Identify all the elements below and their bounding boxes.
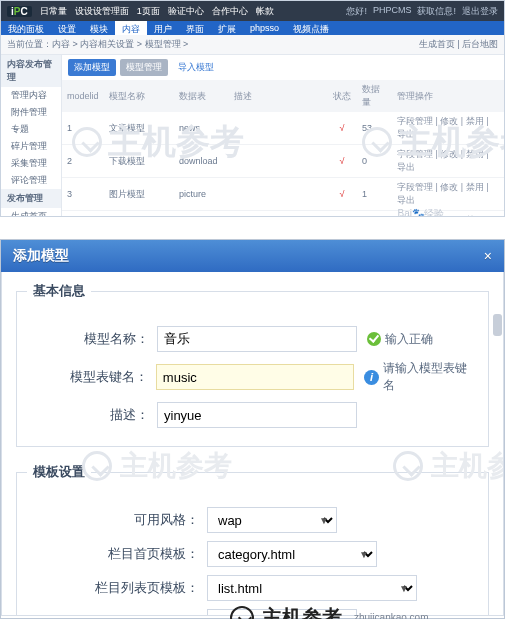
top-right-1: PHPCMS: [373, 5, 412, 18]
cell-table: news: [174, 112, 229, 145]
cell-desc: [229, 112, 327, 145]
footer-watermark: 主机参考 zhujicankao.com: [230, 604, 428, 619]
add-model-button[interactable]: 添加模型: [68, 59, 116, 76]
nav-item-7[interactable]: phpsso: [243, 21, 286, 35]
top-left-2[interactable]: 1页面: [137, 5, 160, 18]
cell-name[interactable]: 图片模型: [104, 178, 174, 211]
close-icon[interactable]: ×: [484, 248, 492, 264]
cell-table: picture: [174, 178, 229, 211]
label-desc: 描述：: [27, 406, 157, 424]
model-list-button[interactable]: 模型管理: [120, 59, 168, 76]
nav-item-8[interactable]: 视频点播: [286, 21, 336, 35]
side-item[interactable]: 采集管理: [1, 155, 61, 172]
side-item[interactable]: 评论管理: [1, 172, 61, 189]
side-item[interactable]: 附件管理: [1, 104, 61, 121]
sidebar: 内容发布管理 管理内容 附件管理 专题 碎片管理 采集管理 评论管理 发布管理 …: [1, 55, 62, 217]
nav-item-1[interactable]: 设置: [51, 21, 83, 35]
side-item[interactable]: 专题: [1, 121, 61, 138]
cell-status: √: [327, 211, 357, 218]
scrollbar[interactable]: [493, 314, 502, 336]
crumb-right[interactable]: 生成首页 | 后台地图: [419, 38, 498, 51]
model-name-input[interactable]: [157, 326, 357, 352]
top-right-3[interactable]: 退出登录: [462, 5, 498, 18]
watermark-icon: [230, 606, 254, 620]
category-select[interactable]: category.html: [207, 541, 377, 567]
cell-status: √: [327, 145, 357, 178]
top-left-4[interactable]: 合作中心: [212, 5, 248, 18]
model-desc-input[interactable]: [157, 402, 357, 428]
top-left-1[interactable]: 设设设管理面: [75, 5, 129, 18]
top-left-5[interactable]: 帐款: [256, 5, 274, 18]
fieldset-template: 模板设置: [27, 463, 91, 481]
logo: iPC: [7, 6, 32, 17]
modal-header: 添加模型 ×: [1, 240, 504, 272]
cell-status: √: [327, 178, 357, 211]
label-style: 可用风格：: [27, 511, 207, 529]
th-cnt: 数据量: [357, 80, 392, 112]
cell-id: 2: [62, 145, 104, 178]
th-desc: 描述: [229, 80, 327, 112]
label-name: 模型名称：: [27, 330, 157, 348]
table-row: 1文章模型news√53字段管理 | 修改 | 禁用 | 导出: [62, 112, 504, 145]
cell-count: 4: [357, 211, 392, 218]
cell-id: 3: [62, 178, 104, 211]
hint-ok: 输入正确: [385, 331, 433, 348]
top-right-0: 您好!: [346, 5, 367, 18]
cell-ops[interactable]: 字段管理 | 修改 | 禁用 | 导出: [392, 145, 504, 178]
top-right-2[interactable]: 获取信息!: [417, 5, 456, 18]
label-list: 栏目列表页模板：: [27, 579, 207, 597]
cell-table: download: [174, 145, 229, 178]
cell-count: 53: [357, 112, 392, 145]
cell-desc: [229, 211, 327, 218]
cell-count: 1: [357, 178, 392, 211]
import-model-link[interactable]: 导入模型: [172, 59, 220, 76]
cell-status: √: [327, 112, 357, 145]
cell-name[interactable]: 文章模型: [104, 112, 174, 145]
nav-item-6[interactable]: 扩展: [211, 21, 243, 35]
main-nav: 我的面板 设置 模块 内容 用户 界面 扩展 phpsso 视频点播: [1, 21, 504, 35]
nav-item-3[interactable]: 内容: [115, 21, 147, 35]
baidu-watermark: Bai🐾经验: [398, 207, 444, 217]
cell-name[interactable]: 视频模型: [104, 211, 174, 218]
cell-ops[interactable]: 字段管理 | 修改 | 禁用 | 导出: [392, 178, 504, 211]
info-icon: i: [364, 370, 379, 385]
top-left-0: 日常量: [40, 5, 67, 18]
th-stat: 状态: [327, 80, 357, 112]
model-table: modelid 模型名称 数据表 描述 状态 数据量 管理操作 1文章模型new…: [62, 80, 504, 217]
crumb-path: 当前位置：内容 > 内容相关设置 > 模型管理 >: [7, 38, 188, 51]
cell-table: video: [174, 211, 229, 218]
list-select[interactable]: list.html: [207, 575, 417, 601]
fieldset-basic: 基本信息: [27, 282, 91, 300]
label-table: 模型表键名：: [27, 368, 156, 386]
side-sec2: 发布管理: [1, 189, 61, 208]
nav-item-5[interactable]: 界面: [179, 21, 211, 35]
cell-count: 0: [357, 145, 392, 178]
side-sec1: 内容发布管理: [1, 55, 61, 87]
side-item[interactable]: 生成首页: [1, 208, 61, 217]
modal-title: 添加模型: [13, 247, 69, 265]
style-select[interactable]: wap: [207, 507, 337, 533]
table-row: 2下载模型download√0字段管理 | 修改 | 禁用 | 导出: [62, 145, 504, 178]
cell-ops[interactable]: 字段管理 | 修改 | 禁用 | 导出: [392, 112, 504, 145]
side-item[interactable]: 管理内容: [1, 87, 61, 104]
cell-desc: [229, 145, 327, 178]
label-category: 栏目首页模板：: [27, 545, 207, 563]
th-id: modelid: [62, 80, 104, 112]
hint-info: 请输入模型表键名: [383, 360, 478, 394]
check-icon: [367, 332, 381, 346]
top-left-3[interactable]: 验证中心: [168, 5, 204, 18]
th-name: 模型名称: [104, 80, 174, 112]
side-item[interactable]: 碎片管理: [1, 138, 61, 155]
table-row: 3图片模型picture√1字段管理 | 修改 | 禁用 | 导出: [62, 178, 504, 211]
th-ops: 管理操作: [392, 80, 504, 112]
th-tbl: 数据表: [174, 80, 229, 112]
nav-item-0[interactable]: 我的面板: [1, 21, 51, 35]
cell-name[interactable]: 下载模型: [104, 145, 174, 178]
cell-id: 1: [62, 112, 104, 145]
nav-item-2[interactable]: 模块: [83, 21, 115, 35]
breadcrumb: 当前位置：内容 > 内容相关设置 > 模型管理 > 生成首页 | 后台地图: [1, 35, 504, 55]
cell-desc: [229, 178, 327, 211]
cell-id: 11: [62, 211, 104, 218]
model-table-input[interactable]: [156, 364, 354, 390]
nav-item-4[interactable]: 用户: [147, 21, 179, 35]
